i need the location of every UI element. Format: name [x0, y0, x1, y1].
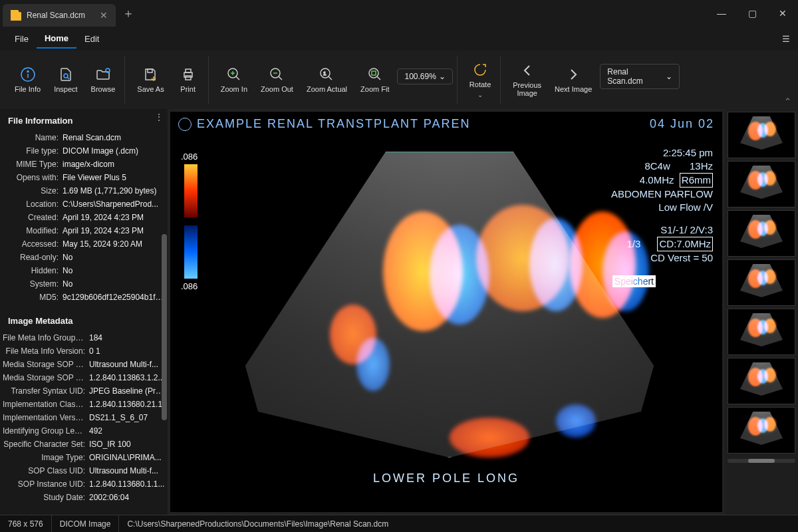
meta-row: Transfer Syntax UID:JPEG Baseline (Pro..…	[0, 384, 168, 398]
meta-row: SOP Instance UID:1.2.840.113680.1.1...	[0, 477, 168, 491]
svg-line-22	[377, 76, 380, 80]
new-tab-button[interactable]: ＋	[122, 5, 134, 21]
file-info-row: Created:April 19, 2024 4:23 PM	[0, 211, 168, 224]
meta-key: Image Type:	[3, 451, 89, 464]
info-key: Location:	[3, 198, 63, 211]
thumbnail[interactable]	[728, 259, 795, 306]
print-icon	[180, 66, 196, 82]
status-path: C:\Users\SharpenedProductions\Documents\…	[119, 515, 396, 532]
info-key: Opens with:	[3, 171, 63, 184]
status-dimensions: 768 x 576	[0, 515, 52, 532]
print-button[interactable]: Print	[172, 64, 204, 96]
folder-icon	[95, 66, 111, 82]
meta-key: Media Storage SOP Cla...	[3, 358, 89, 371]
rotate-button[interactable]: Rotate ⌄	[464, 59, 496, 101]
hamburger-icon[interactable]: ☰	[782, 34, 790, 44]
file-info-button[interactable]: File Info	[9, 64, 46, 96]
file-dropdown[interactable]: Renal Scan.dcm ⌄	[600, 64, 680, 89]
file-info-row: Name:Renal Scan.dcm	[0, 131, 168, 144]
svg-rect-10	[186, 76, 191, 80]
info-key: MIME Type:	[3, 158, 63, 171]
menu-edit[interactable]: Edit	[76, 30, 107, 48]
scan-date: 04 Jun 02	[650, 117, 714, 131]
tab-title: Renal Scan.dcm	[27, 11, 85, 20]
maximize-button[interactable]: ▢	[737, 0, 767, 27]
info-key: Modified:	[3, 224, 63, 237]
meta-row: Identifying Group Len...492	[0, 424, 168, 438]
thumbnail-scrollbar[interactable]	[728, 459, 795, 463]
ultrasound-image	[210, 152, 689, 484]
meta-key: Implementation Class ...	[3, 398, 89, 411]
next-image-button[interactable]: Next Image	[549, 64, 597, 96]
meta-value: ORIGINAL\PRIMA...	[89, 451, 165, 464]
info-key: System:	[3, 277, 63, 291]
zoom-actual-button[interactable]: 1 Zoom Actual	[301, 64, 352, 96]
file-info-row: Accessed:May 15, 2024 9:20 AM	[0, 237, 168, 251]
meta-value: 0 1	[89, 344, 165, 358]
chevron-down-icon: ⌄	[666, 72, 672, 81]
meta-key: Study Date:	[3, 491, 89, 504]
meta-key: Implementation Versio...	[3, 411, 89, 424]
file-info-row: Read-only:No	[0, 251, 168, 264]
thumbnail-strip	[725, 109, 798, 515]
browse-button[interactable]: Browse	[86, 64, 121, 96]
meta-value: ISO_IR 100	[89, 438, 165, 451]
meta-key: Media Storage SOP Ins...	[3, 371, 89, 384]
collapse-ribbon-icon[interactable]: ⌃	[784, 96, 791, 106]
zoom-in-icon	[226, 66, 242, 82]
file-info-row: Modified:April 19, 2024 4:23 PM	[0, 224, 168, 237]
svg-point-21	[369, 68, 378, 78]
tab-active[interactable]: Renal Scan.dcm ✕	[3, 4, 116, 27]
thumbnail[interactable]	[728, 112, 795, 158]
sidebar-scrollbar[interactable]	[161, 109, 168, 515]
image-viewer[interactable]: EXAMPLE RENAL TRANSTPLANT PAREN 04 Jun 0…	[168, 109, 725, 515]
meta-value: 1.2.840.113680.1.1...	[89, 477, 165, 491]
meta-row: Media Storage SOP Ins...1.2.840.113863.1…	[0, 371, 168, 384]
meta-value: Ultrasound Multi-f...	[89, 358, 165, 371]
menu-file[interactable]: File	[7, 30, 37, 48]
thumbnail[interactable]	[728, 309, 795, 355]
svg-rect-9	[186, 69, 191, 72]
save-icon	[142, 66, 158, 82]
inspect-icon	[58, 66, 74, 82]
file-icon	[11, 10, 21, 21]
file-info-row: Size:1.69 MB (1,771,290 bytes)	[0, 184, 168, 198]
thumbnail[interactable]	[728, 161, 795, 207]
info-value: No	[63, 264, 165, 277]
chevron-down-icon: ⌄	[439, 72, 446, 81]
meta-value: 184	[89, 331, 165, 344]
inspect-button[interactable]: Inspect	[49, 64, 82, 96]
zoom-out-button[interactable]: Zoom Out	[255, 64, 299, 96]
minimize-button[interactable]: —	[706, 0, 737, 27]
info-value: April 19, 2024 4:23 PM	[63, 224, 165, 237]
meta-row: Study Date:2002:06:04	[0, 491, 168, 504]
meta-row: Image Type:ORIGINAL\PRIMA...	[0, 451, 168, 464]
thumbnail[interactable]	[728, 407, 795, 454]
info-value: image/x-dicom	[63, 158, 165, 171]
zoom-in-button[interactable]: Zoom In	[215, 64, 253, 96]
chevron-down-icon: ⌄	[477, 91, 483, 98]
meta-value: 492	[89, 424, 165, 438]
meta-value: 2002:06:04	[89, 491, 165, 504]
svg-rect-23	[372, 71, 376, 75]
meta-row: SOP Class UID:Ultrasound Multi-f...	[0, 464, 168, 477]
close-window-button[interactable]: ✕	[767, 0, 798, 27]
meta-value: Ultrasound Multi-f...	[89, 464, 165, 477]
thumbnail[interactable]	[728, 210, 795, 257]
scan-title: EXAMPLE RENAL TRANSTPLANT PAREN	[197, 117, 470, 130]
prev-image-button[interactable]: Previous Image	[507, 60, 547, 100]
thumbnail[interactable]	[728, 358, 795, 404]
file-info-row: MIME Type:image/x-dicom	[0, 158, 168, 171]
svg-line-19	[329, 76, 332, 80]
zoom-fit-button[interactable]: Zoom Fit	[355, 64, 394, 96]
svg-rect-6	[148, 69, 152, 72]
close-tab-icon[interactable]: ✕	[100, 10, 108, 21]
chevron-right-icon	[565, 66, 581, 82]
menu-home[interactable]: Home	[37, 29, 76, 49]
chevron-left-icon	[519, 63, 535, 78]
save-as-button[interactable]: Save As	[132, 64, 169, 96]
ribbon: File Info Inspect Browse Save As Print Z…	[0, 51, 798, 109]
info-key: Read-only:	[3, 251, 63, 264]
status-filetype: DICOM Image	[52, 515, 120, 532]
zoom-percent-dropdown[interactable]: 100.69% ⌄	[397, 68, 452, 84]
